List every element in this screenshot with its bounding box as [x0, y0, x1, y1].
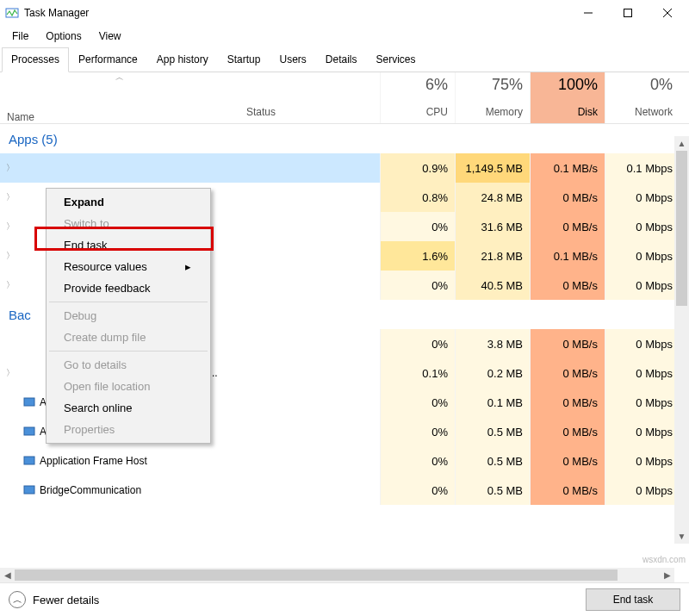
menu-file[interactable]: File [5, 28, 35, 45]
app-icon [22, 483, 36, 497]
ctx-open-file-location: Open file location [48, 376, 208, 397]
sort-indicator-icon: ︿ [115, 72, 124, 84]
context-menu: Expand Switch to End task Resource value… [46, 188, 211, 444]
chevron-up-icon: ︿ [9, 591, 26, 608]
column-header-disk[interactable]: 100% Disk [530, 72, 605, 123]
tabstrip: Processes Performance App history Startu… [0, 47, 689, 72]
vertical-scrollbar[interactable]: ▲ ▼ [674, 136, 689, 544]
ctx-expand[interactable]: Expand [48, 191, 208, 213]
ctx-end-task[interactable]: End task [48, 234, 208, 256]
expand-chevron-icon[interactable]: 〉 [5, 279, 16, 291]
app-icon [22, 425, 36, 439]
ctx-go-to-details: Go to details [48, 354, 208, 376]
tab-startup[interactable]: Startup [218, 47, 270, 72]
column-header-memory[interactable]: 75% Memory [455, 72, 530, 123]
tab-users[interactable]: Users [270, 47, 315, 72]
app-icon [22, 337, 36, 351]
tab-apphistory[interactable]: App history [147, 47, 218, 72]
horizontal-scrollbar[interactable]: ◀ ▶ [0, 568, 674, 582]
close-button[interactable] [648, 0, 687, 26]
svg-rect-2 [624, 9, 632, 17]
maximize-button[interactable] [608, 0, 648, 26]
ctx-switch-to: Switch to [48, 213, 208, 234]
table-row[interactable]: BridgeCommunication 0% 0.5 MB 0 MB/s 0 M… [0, 476, 689, 505]
group-apps[interactable]: Apps (5) [0, 124, 689, 153]
row-name: Application Frame Host [40, 455, 147, 467]
scroll-right-icon[interactable]: ▶ [660, 568, 674, 582]
ctx-provide-feedback[interactable]: Provide feedback [48, 277, 208, 299]
svg-rect-8 [24, 486, 34, 494]
minimize-button[interactable] [568, 0, 608, 26]
tab-details[interactable]: Details [316, 47, 367, 72]
expand-chevron-icon[interactable]: 〉 [5, 191, 16, 203]
tab-services[interactable]: Services [367, 47, 425, 72]
app-icon [22, 454, 36, 468]
scroll-thumb[interactable] [15, 569, 618, 581]
column-header-network[interactable]: 0% Network [605, 72, 680, 123]
taskmgr-app-icon [5, 6, 19, 20]
svg-rect-7 [24, 457, 34, 464]
menu-view[interactable]: View [92, 28, 128, 45]
ctx-create-dump: Create dump file [48, 327, 208, 348]
statusbar: ︿ Fewer details End task [0, 582, 689, 616]
ctx-debug: Debug [48, 305, 208, 327]
titlebar: Task Manager [0, 0, 689, 26]
table-row[interactable]: 〉 0.9% 1,149.5 MB 0.1 MB/s 0.1 Mbps [0, 153, 689, 183]
app-icon [19, 190, 33, 204]
svg-rect-6 [24, 427, 34, 435]
column-header-row: ︿ Name Status 6% CPU 75% Memory 100% Dis… [0, 72, 689, 124]
fewer-details-toggle[interactable]: ︿ Fewer details [9, 591, 99, 608]
expand-chevron-icon[interactable]: 〉 [5, 367, 16, 379]
app-icon [19, 366, 33, 380]
column-header-status[interactable]: Status [239, 72, 380, 123]
scroll-down-icon[interactable]: ▼ [674, 529, 689, 544]
scroll-thumb[interactable] [676, 151, 687, 306]
menubar: File Options View [0, 26, 689, 47]
menu-options[interactable]: Options [39, 28, 88, 45]
app-icon [22, 395, 36, 409]
ctx-separator [49, 351, 208, 352]
window-title: Task Manager [24, 7, 568, 19]
scroll-up-icon[interactable]: ▲ [674, 136, 689, 151]
tab-processes[interactable]: Processes [2, 47, 69, 72]
ctx-search-online[interactable]: Search online [48, 397, 208, 419]
ctx-separator [49, 302, 208, 302]
app-icon [19, 161, 33, 175]
table-row[interactable]: Application Frame Host 0% 0.5 MB 0 MB/s … [0, 446, 689, 476]
column-header-name[interactable]: ︿ Name [0, 72, 239, 123]
watermark: wsxdn.com [642, 555, 686, 564]
submenu-arrow-icon: ▸ [185, 260, 191, 273]
ctx-resource-values[interactable]: Resource values▸ [48, 256, 208, 277]
expand-chevron-icon[interactable]: 〉 [5, 221, 16, 233]
scroll-left-icon[interactable]: ◀ [0, 568, 15, 582]
row-name: BridgeCommunication [40, 484, 141, 496]
tab-performance[interactable]: Performance [69, 47, 147, 72]
column-header-cpu[interactable]: 6% CPU [380, 72, 455, 123]
expand-chevron-icon[interactable]: 〉 [5, 162, 16, 174]
ctx-properties: Properties [48, 419, 208, 440]
svg-rect-5 [24, 398, 34, 406]
expand-chevron-icon[interactable]: 〉 [5, 250, 16, 262]
end-task-button[interactable]: End task [586, 588, 680, 611]
